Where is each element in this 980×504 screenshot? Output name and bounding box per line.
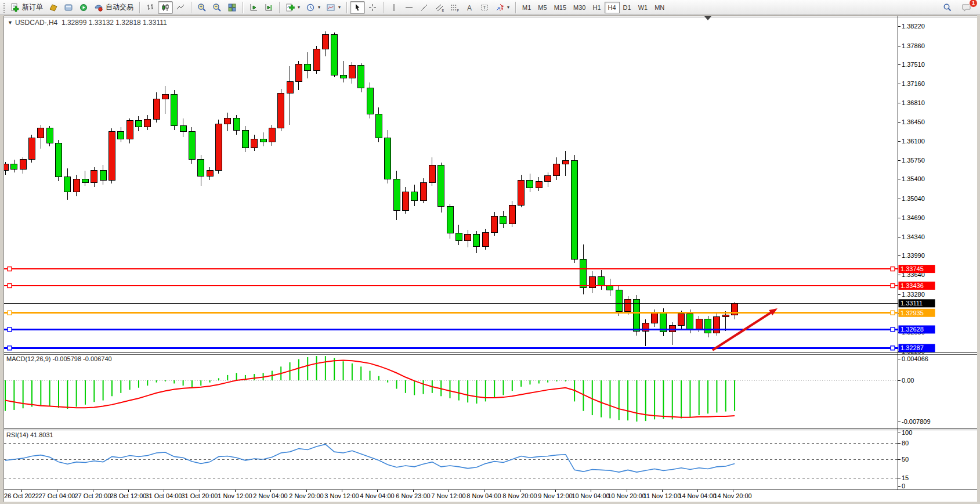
- price-axis-label: 1.36450: [902, 118, 925, 125]
- signals-button[interactable]: [76, 1, 91, 14]
- collapse-triangle-icon[interactable]: ▼: [8, 20, 13, 26]
- window-frame-right: [977, 16, 980, 504]
- candle: [722, 315, 729, 317]
- indicators-button[interactable]: ▾: [283, 1, 303, 14]
- line-handle: [891, 267, 895, 271]
- fibonacci-button[interactable]: F: [447, 1, 462, 14]
- channel-button[interactable]: E: [432, 1, 447, 14]
- templates-button[interactable]: ▾: [323, 1, 343, 14]
- timeframe-w1-button[interactable]: W1: [635, 2, 652, 13]
- candle: [20, 160, 26, 170]
- candle: [278, 93, 284, 128]
- chevron-down-icon: ▾: [298, 5, 300, 10]
- candlestick-chart-button[interactable]: [158, 1, 173, 14]
- arrows-button[interactable]: ▾: [492, 1, 512, 14]
- price-axis-label: 1.37510: [902, 61, 925, 68]
- horizontal-line-button[interactable]: [402, 1, 417, 14]
- time-axis-label: 1 Nov 12:00: [218, 492, 252, 499]
- horizontal-line-icon: [404, 3, 414, 12]
- text-label-icon: T: [480, 3, 489, 12]
- periods-button[interactable]: ▾: [303, 1, 323, 14]
- chevron-down-icon: ▾: [318, 5, 320, 10]
- time-axis-label: 11 Nov 12:00: [643, 492, 681, 499]
- timeframe-m1-button[interactable]: M1: [519, 2, 534, 13]
- new-order-button[interactable]: 新订单: [8, 1, 46, 14]
- candle: [331, 35, 338, 75]
- timeframe-h4-button[interactable]: H4: [605, 2, 620, 13]
- time-axis-label: 31 Oct 04:00: [146, 492, 182, 499]
- bar-chart-button[interactable]: [143, 1, 158, 14]
- cursor-arrow-icon: [353, 3, 362, 12]
- line-handle: [891, 327, 895, 332]
- candle: [180, 126, 186, 131]
- candle: [652, 312, 658, 323]
- candle: [118, 131, 124, 139]
- timeframe-m5-button[interactable]: M5: [534, 2, 550, 13]
- tile-windows-button[interactable]: [225, 1, 240, 14]
- macd-axis-label: -0.007809: [902, 418, 931, 425]
- candle: [447, 206, 453, 233]
- price-badge-label: 1.32935: [901, 309, 924, 316]
- navigator-button[interactable]: [61, 1, 76, 14]
- chart-shift-button[interactable]: [261, 1, 276, 14]
- chart-ohlc-values: 1.32899 1.33132 1.32818 1.33111: [62, 19, 167, 27]
- time-axis-label: 7 Nov 12:00: [431, 492, 465, 499]
- price-axis-label: 1.36810: [902, 99, 925, 106]
- timeframe-d1-button[interactable]: D1: [620, 2, 635, 13]
- candle: [455, 233, 462, 241]
- notification-badge: 1: [969, 0, 978, 8]
- line-handle: [8, 283, 12, 287]
- candle: [518, 180, 525, 205]
- candle: [420, 182, 426, 201]
- search-button[interactable]: [940, 1, 955, 14]
- candle: [189, 131, 195, 160]
- zoom-out-button[interactable]: [209, 1, 225, 14]
- timeframe-mn-button[interactable]: MN: [651, 2, 668, 13]
- auto-trading-button[interactable]: 自动交易: [91, 1, 136, 14]
- trendline-button[interactable]: [417, 1, 432, 14]
- candle: [242, 130, 248, 147]
- candle: [295, 64, 302, 81]
- timeframe-m30-button[interactable]: M30: [570, 2, 589, 13]
- line-chart-button[interactable]: [173, 1, 188, 14]
- candle: [64, 177, 71, 192]
- svg-text:F: F: [457, 9, 460, 12]
- timeframe-m15-button[interactable]: M15: [551, 2, 570, 13]
- candle: [162, 95, 168, 99]
- rsi-axis-label: 50: [902, 456, 909, 463]
- vertical-line-icon: [389, 3, 399, 12]
- timeframe-h1-button[interactable]: H1: [589, 2, 604, 13]
- auto-scroll-button[interactable]: [246, 1, 261, 14]
- candle: [491, 216, 498, 232]
- market-watch-button[interactable]: [46, 1, 61, 14]
- time-axis-label: 2 Nov 20:00: [289, 492, 323, 499]
- toolbar-grip[interactable]: [3, 2, 5, 13]
- chart-title: ▼USDCAD-,H4 1.32899 1.33132 1.32818 1.33…: [8, 19, 167, 27]
- toolbar-separator: [383, 2, 384, 13]
- zoom-in-button[interactable]: [194, 1, 209, 14]
- candle: [545, 176, 551, 181]
- candle: [287, 81, 293, 93]
- rsi-axis-label: 0: [902, 483, 905, 489]
- crosshair-button[interactable]: [365, 1, 380, 14]
- price-badge-label: 1.33436: [901, 282, 924, 289]
- chart-canvas[interactable]: 1.382201.378601.375101.371601.368101.364…: [0, 0, 980, 504]
- price-axis-label: 1.37160: [902, 80, 925, 87]
- cursor-button[interactable]: [350, 1, 365, 14]
- label-button[interactable]: T: [477, 1, 492, 14]
- candle: [393, 179, 400, 210]
- toolbar-separator: [515, 2, 516, 13]
- vertical-line-button[interactable]: [386, 1, 402, 14]
- notifications-button[interactable]: 1: [959, 1, 974, 14]
- candle: [358, 65, 364, 88]
- candle: [55, 143, 62, 177]
- text-button[interactable]: A: [462, 1, 477, 14]
- navigator-icon: [64, 3, 73, 12]
- candle: [705, 319, 711, 333]
- time-axis-label: 26 Oct 2022: [4, 492, 39, 499]
- price-axis-label: 1.34690: [902, 214, 925, 221]
- candle: [482, 232, 489, 246]
- time-axis-label: 27 Oct 04:00: [39, 492, 75, 499]
- candle: [402, 192, 408, 211]
- candle: [687, 314, 693, 329]
